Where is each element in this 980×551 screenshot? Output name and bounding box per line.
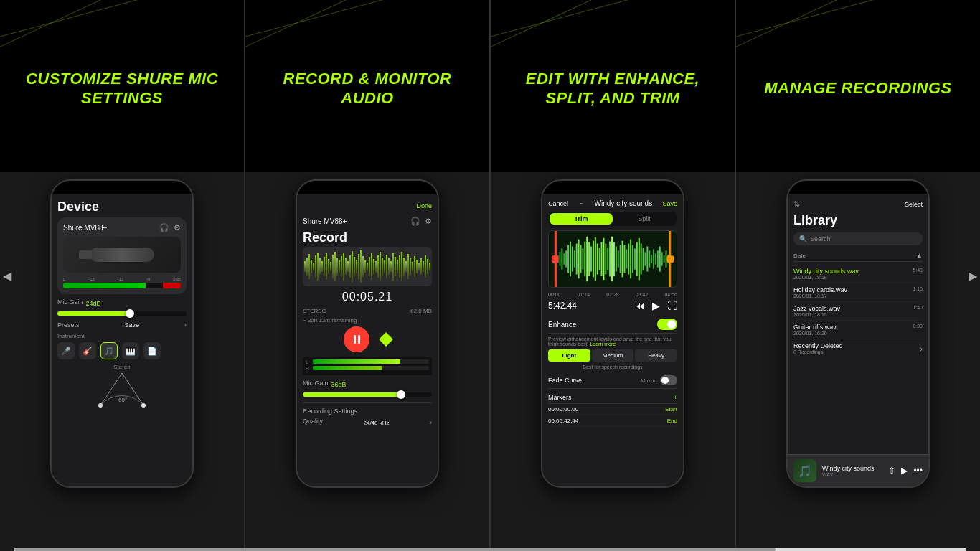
svg-point-2 [98,403,103,408]
svg-rect-13 [319,258,321,275]
recently-deleted-row[interactable]: Recently Deleted 0 Recordings › [793,339,923,357]
record-channel: STEREO [303,308,326,314]
np-play-icon[interactable]: ▶ [901,466,908,476]
scroll-left-btn[interactable]: ◀ [3,269,11,283]
timer-display: 00:05.21 [303,291,432,303]
learn-more-link[interactable]: Learn more [590,342,616,347]
scrollbar[interactable] [14,548,966,551]
pause-button[interactable] [344,326,369,352]
np-share-icon[interactable]: ⇧ [888,466,895,476]
search-placeholder: Search [810,235,831,242]
edit-skip-back-icon[interactable]: ⏮ [635,300,645,311]
recording-settings-label: Recording Settings [303,408,432,415]
recording-item-3[interactable]: Guitar riffs.wav 0:39 2020/01, 16:20 [793,321,923,339]
card-edit: EDIT WITH ENHANCE, SPLIT, AND TRIM Cance… [491,0,736,551]
inst-icon-music[interactable]: 🎵 [100,342,118,359]
marker-start-time: 00:00:00.00 [548,406,578,413]
stop-button[interactable] [379,332,393,347]
card-header-library: MANAGE RECORDINGS [736,0,980,172]
headphones-icon: 🎧 [159,223,169,232]
recording-item-0[interactable]: Windy city sounds.wav 5:43 2020/01, 18:1… [793,265,923,283]
record-screen-title: Record [303,230,432,245]
instrument-icons-row: 🎤 🎸 🎵 🎹 📄 [57,342,187,359]
svg-rect-52 [403,258,405,276]
split-tab[interactable]: Split [613,213,676,225]
markers-add-icon[interactable]: + [674,394,677,401]
edit-playback-row: 5:42.44 ⏮ ▶ ⛶ [548,300,677,311]
inst-icon-guitar[interactable]: 🎸 [79,342,96,359]
edit-file-name: Windy city sounds [595,199,653,207]
svg-rect-95 [618,250,619,267]
pause-bar-1 [354,335,356,344]
svg-rect-40 [377,255,379,278]
presets-save-btn[interactable]: Save [125,321,140,329]
card-header-record: RECORD & MONITOR AUDIO [245,0,489,172]
level-bar-red [163,283,181,288]
svg-rect-25 [345,258,347,275]
record-gain-thumb [397,390,405,399]
svg-rect-10 [313,263,314,270]
svg-rect-83 [593,241,594,278]
recording-row-0: Windy city sounds.wav 5:43 [793,268,923,275]
svg-rect-71 [567,245,569,273]
recording-item-2[interactable]: Jazz vocals.wav 1:40 2020/01, 18:19 [793,302,923,321]
marker-end-type: End [667,418,677,424]
inst-icon-piano[interactable]: 🎹 [122,342,139,359]
svg-rect-107 [643,248,644,270]
np-more-icon[interactable]: ••• [913,466,923,476]
recording-item-1[interactable]: Holiday carols.wav 1:16 2020/01, 18:17 [793,283,923,302]
svg-rect-33 [362,256,364,277]
recording-row-1: Holiday carols.wav 1:16 [793,286,923,293]
scroll-right-btn[interactable]: ▶ [969,269,977,283]
enhance-toggle[interactable] [657,319,677,330]
recording-date-1: 2020/01, 18:17 [793,293,923,298]
instrument-section: Instrument 🎤 🎸 🎵 🎹 📄 [57,333,187,359]
svg-rect-28 [352,251,353,282]
record-gain-slider[interactable] [303,392,432,397]
mirror-toggle[interactable] [660,375,677,385]
phone-status-bar-3 [542,181,683,194]
edit-playback-controls: ⏮ ▶ ⛶ [635,300,677,311]
recording-name-1: Holiday carols.wav [793,286,847,293]
markers-label: Markers [548,394,572,401]
svg-rect-22 [339,260,340,273]
mic-shape [90,248,154,262]
record-done-btn[interactable]: Done [416,202,432,209]
svg-rect-98 [623,245,625,273]
search-bar[interactable]: 🔍 Search [793,232,923,245]
enhance-medium-btn[interactable]: Medium [592,349,634,362]
enhance-light-btn[interactable]: Light [548,349,590,362]
edit-save-btn[interactable]: Save [662,200,677,207]
edit-play-icon[interactable]: ▶ [652,300,660,311]
library-select-btn[interactable]: Select [905,201,923,208]
now-playing-bar: 🎵 Windy city sounds WAV ⇧ ▶ ••• [788,454,928,486]
svg-rect-61 [423,261,424,272]
scrollbar-thumb [14,548,776,551]
svg-rect-42 [382,258,383,276]
svg-rect-113 [655,253,656,265]
inst-icon-file[interactable]: 📄 [143,342,161,359]
svg-rect-9 [311,260,312,273]
sort-icon[interactable]: ⇅ [793,199,800,209]
main-container: CUSTOMIZE SHURE MiC SETTINGS Device Shur… [0,0,980,551]
gain-slider[interactable] [57,311,187,316]
marker-end-time: 00:05:42.44 [548,418,578,424]
svg-rect-94 [616,246,617,271]
phone-status-bar-2 [297,181,438,194]
svg-rect-23 [341,256,342,277]
inst-icon-speech[interactable]: 🎤 [57,342,75,359]
level-l-bar [313,359,429,364]
enhance-heavy-btn[interactable]: Heavy [635,349,677,362]
waveform-svg [303,247,432,286]
enhance-best-text: Best for speech recordings [548,364,677,369]
edit-expand-icon[interactable]: ⛶ [667,300,677,311]
svg-rect-16 [326,253,327,280]
svg-rect-53 [405,261,407,272]
card-title-customize: CUSTOMIZE SHURE MiC SETTINGS [14,69,230,108]
svg-rect-117 [664,255,665,263]
trim-tab[interactable]: Trim [550,213,613,225]
svg-rect-32 [360,250,362,283]
edit-cancel-btn[interactable]: Cancel [548,200,568,207]
edit-time-display: 5:42.44 [548,301,577,311]
date-filter[interactable]: Date ▲ [793,250,923,262]
